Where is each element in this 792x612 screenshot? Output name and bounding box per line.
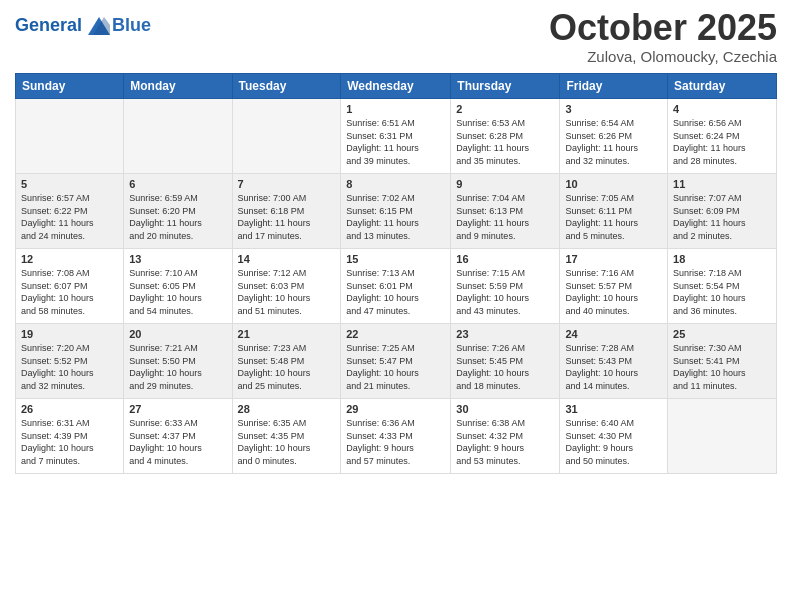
calendar-table: Sunday Monday Tuesday Wednesday Thursday… bbox=[15, 73, 777, 474]
day-number: 12 bbox=[21, 253, 118, 265]
table-row: 19Sunrise: 7:20 AM Sunset: 5:52 PM Dayli… bbox=[16, 324, 124, 399]
table-row: 24Sunrise: 7:28 AM Sunset: 5:43 PM Dayli… bbox=[560, 324, 668, 399]
table-row: 10Sunrise: 7:05 AM Sunset: 6:11 PM Dayli… bbox=[560, 174, 668, 249]
day-number: 22 bbox=[346, 328, 445, 340]
table-row: 29Sunrise: 6:36 AM Sunset: 4:33 PM Dayli… bbox=[341, 399, 451, 474]
day-info: Sunrise: 7:28 AM Sunset: 5:43 PM Dayligh… bbox=[565, 342, 662, 392]
day-number: 25 bbox=[673, 328, 771, 340]
day-info: Sunrise: 6:33 AM Sunset: 4:37 PM Dayligh… bbox=[129, 417, 226, 467]
table-row: 20Sunrise: 7:21 AM Sunset: 5:50 PM Dayli… bbox=[124, 324, 232, 399]
table-row: 18Sunrise: 7:18 AM Sunset: 5:54 PM Dayli… bbox=[668, 249, 777, 324]
day-number: 1 bbox=[346, 103, 445, 115]
header-thursday: Thursday bbox=[451, 74, 560, 99]
day-info: Sunrise: 7:07 AM Sunset: 6:09 PM Dayligh… bbox=[673, 192, 771, 242]
day-info: Sunrise: 7:08 AM Sunset: 6:07 PM Dayligh… bbox=[21, 267, 118, 317]
day-number: 28 bbox=[238, 403, 336, 415]
day-info: Sunrise: 7:25 AM Sunset: 5:47 PM Dayligh… bbox=[346, 342, 445, 392]
logo: General Blue bbox=[15, 15, 151, 36]
day-info: Sunrise: 6:59 AM Sunset: 6:20 PM Dayligh… bbox=[129, 192, 226, 242]
table-row: 17Sunrise: 7:16 AM Sunset: 5:57 PM Dayli… bbox=[560, 249, 668, 324]
day-number: 21 bbox=[238, 328, 336, 340]
day-number: 6 bbox=[129, 178, 226, 190]
day-info: Sunrise: 6:31 AM Sunset: 4:39 PM Dayligh… bbox=[21, 417, 118, 467]
day-number: 4 bbox=[673, 103, 771, 115]
table-row: 22Sunrise: 7:25 AM Sunset: 5:47 PM Dayli… bbox=[341, 324, 451, 399]
day-number: 14 bbox=[238, 253, 336, 265]
day-number: 5 bbox=[21, 178, 118, 190]
day-number: 17 bbox=[565, 253, 662, 265]
page-header: General Blue October 2025 Zulova, Olomou… bbox=[15, 10, 777, 65]
table-row bbox=[232, 99, 341, 174]
calendar-week-row: 12Sunrise: 7:08 AM Sunset: 6:07 PM Dayli… bbox=[16, 249, 777, 324]
calendar-week-row: 1Sunrise: 6:51 AM Sunset: 6:31 PM Daylig… bbox=[16, 99, 777, 174]
calendar-week-row: 5Sunrise: 6:57 AM Sunset: 6:22 PM Daylig… bbox=[16, 174, 777, 249]
day-number: 20 bbox=[129, 328, 226, 340]
day-number: 16 bbox=[456, 253, 554, 265]
table-row: 16Sunrise: 7:15 AM Sunset: 5:59 PM Dayli… bbox=[451, 249, 560, 324]
day-info: Sunrise: 6:56 AM Sunset: 6:24 PM Dayligh… bbox=[673, 117, 771, 167]
day-info: Sunrise: 7:26 AM Sunset: 5:45 PM Dayligh… bbox=[456, 342, 554, 392]
day-number: 31 bbox=[565, 403, 662, 415]
table-row: 11Sunrise: 7:07 AM Sunset: 6:09 PM Dayli… bbox=[668, 174, 777, 249]
day-info: Sunrise: 7:16 AM Sunset: 5:57 PM Dayligh… bbox=[565, 267, 662, 317]
day-number: 29 bbox=[346, 403, 445, 415]
logo-text: General bbox=[15, 16, 110, 36]
table-row: 30Sunrise: 6:38 AM Sunset: 4:32 PM Dayli… bbox=[451, 399, 560, 474]
table-row bbox=[668, 399, 777, 474]
table-row: 2Sunrise: 6:53 AM Sunset: 6:28 PM Daylig… bbox=[451, 99, 560, 174]
table-row: 6Sunrise: 6:59 AM Sunset: 6:20 PM Daylig… bbox=[124, 174, 232, 249]
day-info: Sunrise: 7:30 AM Sunset: 5:41 PM Dayligh… bbox=[673, 342, 771, 392]
header-friday: Friday bbox=[560, 74, 668, 99]
day-info: Sunrise: 6:54 AM Sunset: 6:26 PM Dayligh… bbox=[565, 117, 662, 167]
table-row: 1Sunrise: 6:51 AM Sunset: 6:31 PM Daylig… bbox=[341, 99, 451, 174]
table-row: 12Sunrise: 7:08 AM Sunset: 6:07 PM Dayli… bbox=[16, 249, 124, 324]
table-row: 21Sunrise: 7:23 AM Sunset: 5:48 PM Dayli… bbox=[232, 324, 341, 399]
table-row: 23Sunrise: 7:26 AM Sunset: 5:45 PM Dayli… bbox=[451, 324, 560, 399]
table-row: 31Sunrise: 6:40 AM Sunset: 4:30 PM Dayli… bbox=[560, 399, 668, 474]
day-number: 9 bbox=[456, 178, 554, 190]
day-number: 24 bbox=[565, 328, 662, 340]
day-info: Sunrise: 7:02 AM Sunset: 6:15 PM Dayligh… bbox=[346, 192, 445, 242]
day-number: 13 bbox=[129, 253, 226, 265]
table-row: 9Sunrise: 7:04 AM Sunset: 6:13 PM Daylig… bbox=[451, 174, 560, 249]
logo-general: General bbox=[15, 15, 82, 35]
day-number: 10 bbox=[565, 178, 662, 190]
location-subtitle: Zulova, Olomoucky, Czechia bbox=[549, 48, 777, 65]
day-number: 26 bbox=[21, 403, 118, 415]
day-info: Sunrise: 6:35 AM Sunset: 4:35 PM Dayligh… bbox=[238, 417, 336, 467]
calendar-week-row: 26Sunrise: 6:31 AM Sunset: 4:39 PM Dayli… bbox=[16, 399, 777, 474]
title-section: October 2025 Zulova, Olomoucky, Czechia bbox=[549, 10, 777, 65]
day-number: 18 bbox=[673, 253, 771, 265]
day-info: Sunrise: 6:36 AM Sunset: 4:33 PM Dayligh… bbox=[346, 417, 445, 467]
day-info: Sunrise: 6:38 AM Sunset: 4:32 PM Dayligh… bbox=[456, 417, 554, 467]
day-number: 7 bbox=[238, 178, 336, 190]
day-number: 15 bbox=[346, 253, 445, 265]
table-row: 28Sunrise: 6:35 AM Sunset: 4:35 PM Dayli… bbox=[232, 399, 341, 474]
table-row: 13Sunrise: 7:10 AM Sunset: 6:05 PM Dayli… bbox=[124, 249, 232, 324]
table-row: 7Sunrise: 7:00 AM Sunset: 6:18 PM Daylig… bbox=[232, 174, 341, 249]
table-row bbox=[16, 99, 124, 174]
day-info: Sunrise: 7:15 AM Sunset: 5:59 PM Dayligh… bbox=[456, 267, 554, 317]
header-tuesday: Tuesday bbox=[232, 74, 341, 99]
logo-icon bbox=[88, 17, 110, 35]
table-row: 5Sunrise: 6:57 AM Sunset: 6:22 PM Daylig… bbox=[16, 174, 124, 249]
day-number: 27 bbox=[129, 403, 226, 415]
header-saturday: Saturday bbox=[668, 74, 777, 99]
day-number: 23 bbox=[456, 328, 554, 340]
day-info: Sunrise: 7:12 AM Sunset: 6:03 PM Dayligh… bbox=[238, 267, 336, 317]
table-row: 8Sunrise: 7:02 AM Sunset: 6:15 PM Daylig… bbox=[341, 174, 451, 249]
table-row: 15Sunrise: 7:13 AM Sunset: 6:01 PM Dayli… bbox=[341, 249, 451, 324]
day-number: 30 bbox=[456, 403, 554, 415]
day-info: Sunrise: 7:13 AM Sunset: 6:01 PM Dayligh… bbox=[346, 267, 445, 317]
table-row: 14Sunrise: 7:12 AM Sunset: 6:03 PM Dayli… bbox=[232, 249, 341, 324]
table-row: 27Sunrise: 6:33 AM Sunset: 4:37 PM Dayli… bbox=[124, 399, 232, 474]
day-info: Sunrise: 7:00 AM Sunset: 6:18 PM Dayligh… bbox=[238, 192, 336, 242]
table-row bbox=[124, 99, 232, 174]
table-row: 3Sunrise: 6:54 AM Sunset: 6:26 PM Daylig… bbox=[560, 99, 668, 174]
day-info: Sunrise: 6:40 AM Sunset: 4:30 PM Dayligh… bbox=[565, 417, 662, 467]
header-wednesday: Wednesday bbox=[341, 74, 451, 99]
day-info: Sunrise: 6:51 AM Sunset: 6:31 PM Dayligh… bbox=[346, 117, 445, 167]
day-info: Sunrise: 6:53 AM Sunset: 6:28 PM Dayligh… bbox=[456, 117, 554, 167]
header-sunday: Sunday bbox=[16, 74, 124, 99]
table-row: 26Sunrise: 6:31 AM Sunset: 4:39 PM Dayli… bbox=[16, 399, 124, 474]
